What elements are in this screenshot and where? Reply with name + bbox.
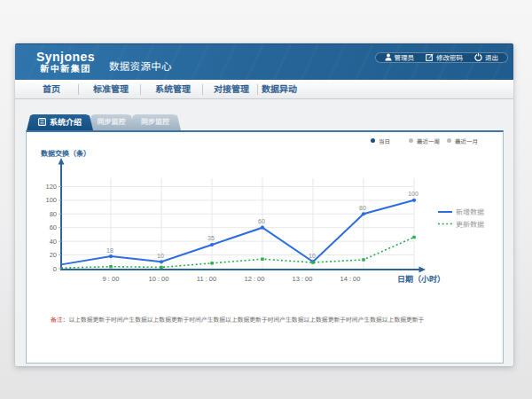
user-menu-item-2[interactable]: 退出 — [474, 52, 498, 62]
marker — [109, 254, 113, 258]
tab-label: 系统介绍 — [50, 118, 82, 127]
nav-item-0[interactable]: 首页 — [43, 80, 60, 99]
point-label: 10 — [157, 253, 164, 259]
nav-item-4[interactable]: 数据异动 — [262, 80, 297, 99]
tab-label: 同步监控 — [141, 118, 169, 126]
tab-2[interactable]: 同步监控 — [129, 114, 181, 130]
y-tick-label: 20 — [50, 251, 57, 259]
header-bar: Synjones 新中新集团 数据资源中心 管理员修改密码退出 — [15, 43, 513, 80]
series-line-更新数据 — [61, 238, 414, 269]
nav-item-3[interactable]: 对接管理 — [214, 80, 249, 99]
marker — [261, 226, 264, 230]
remark-note: 备注：以上数据更新于时间产生数据以上数据更新于时间产生数据以上数据更新于时间产生… — [51, 315, 424, 324]
tab-label: 同步监控 — [98, 118, 126, 126]
edit-icon — [426, 53, 434, 61]
point-label: 18 — [106, 247, 113, 254]
x-tick-label: 10 : 00 — [149, 275, 169, 283]
marker — [210, 262, 213, 264]
nav-divider — [78, 84, 79, 95]
remark-text: 以上数据更新于时间产生数据以上数据更新于时间产生数据以上数据更新于时间产生数据以… — [68, 317, 424, 323]
user-menu: 管理员修改密码退出 — [375, 52, 509, 64]
tab-1[interactable]: 同步监控 — [88, 114, 135, 130]
marker — [311, 261, 314, 263]
nav-item-2[interactable]: 系统管理 — [155, 80, 191, 99]
user-icon — [385, 53, 392, 61]
power-icon-glyph — [474, 53, 482, 61]
point-label: 80 — [359, 205, 366, 211]
point-label: 100 — [408, 191, 419, 197]
tab-0[interactable]: 系统介绍 — [27, 114, 93, 130]
content-panel: 数据交换（条） 当日最近一周最近一月 0204060801001209 : 00… — [26, 130, 504, 364]
point-label: 35 — [207, 235, 215, 241]
power-icon — [474, 53, 482, 61]
x-tick-label: 9 : 00 — [103, 275, 120, 283]
legend-label: 更新数据 — [456, 221, 484, 229]
user-menu-label: 退出 — [485, 52, 498, 62]
icon-shape — [39, 119, 46, 126]
marker — [362, 258, 364, 261]
y-tick-label: 100 — [45, 196, 57, 204]
point-label: 10 — [309, 253, 316, 259]
user-menu-label: 修改密码 — [436, 52, 463, 62]
icon-shape — [385, 58, 391, 61]
user-icon-glyph — [385, 53, 392, 61]
remark-prefix: 备注： — [51, 317, 68, 323]
form-icon-glyph — [38, 118, 46, 126]
marker — [210, 243, 214, 246]
line-chart: 0204060801001209 : 0010 : 0011 : 0012 : … — [27, 132, 503, 364]
tab-strip: 系统介绍同步监控同步监控 — [27, 114, 181, 130]
y-axis-arrow-icon — [59, 158, 65, 165]
logo: Synjones 新中新集团 — [35, 51, 97, 74]
nav-item-1[interactable]: 标准管理 — [93, 80, 129, 99]
y-tick-label: 60 — [50, 223, 57, 231]
x-tick-label: 11 : 00 — [197, 275, 216, 283]
legend-label: 新增数据 — [456, 208, 484, 216]
marker — [412, 236, 415, 239]
x-axis-arrow-icon — [419, 267, 426, 273]
nav-bar: 首页标准管理系统管理对接管理数据异动 — [15, 80, 513, 99]
point-label: 60 — [258, 218, 265, 224]
marker — [109, 265, 112, 268]
app-title: 数据资源中心 — [109, 59, 172, 73]
user-menu-item-1[interactable]: 修改密码 — [426, 52, 463, 62]
y-tick-label: 120 — [45, 183, 57, 191]
marker — [362, 212, 365, 215]
user-menu-item-0[interactable]: 管理员 — [385, 52, 415, 62]
edit-icon-glyph — [426, 53, 434, 61]
nav-divider — [202, 84, 203, 95]
marker — [412, 199, 416, 202]
marker — [160, 266, 162, 269]
marker — [261, 257, 263, 260]
app-window: Synjones 新中新集团 数据资源中心 管理员修改密码退出 首页标准管理系统… — [15, 43, 513, 366]
y-tick-label: 0 — [53, 265, 57, 273]
x-tick-label: 13 : 00 — [293, 275, 313, 283]
nav-divider — [140, 84, 141, 95]
user-menu-label: 管理员 — [395, 52, 415, 62]
y-tick-label: 80 — [50, 210, 57, 218]
page: { "window": { "header": { "logo": { "bra… — [0, 0, 532, 399]
icon-shape — [387, 54, 390, 58]
y-tick-label: 40 — [50, 238, 57, 246]
x-tick-label: 12 : 00 — [245, 275, 265, 283]
marker — [160, 260, 163, 263]
x-tick-label: 14 : 00 — [340, 275, 361, 283]
logo-brand: Synjones — [35, 51, 97, 63]
x-axis-title: 日期（小时） — [397, 275, 445, 284]
logo-subtitle: 新中新集团 — [35, 65, 97, 74]
form-icon — [38, 115, 46, 131]
nav-divider — [257, 84, 258, 95]
